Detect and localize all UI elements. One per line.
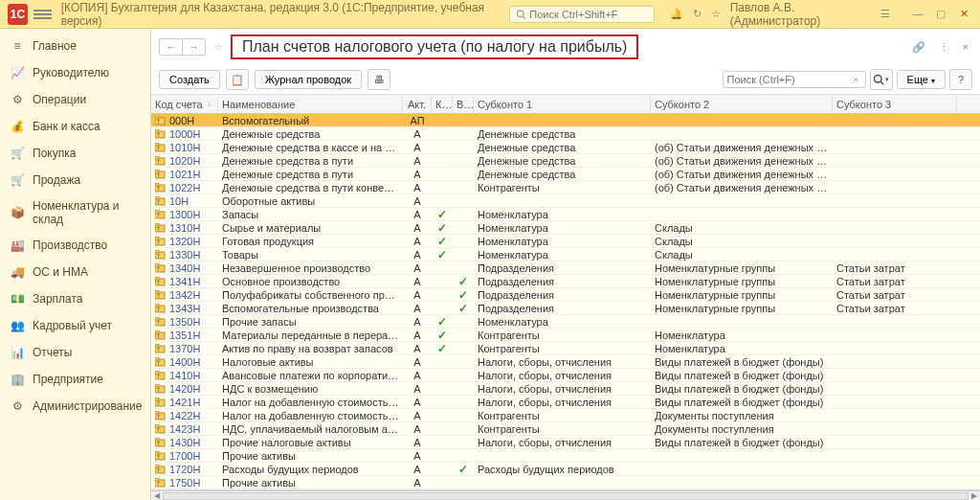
table-row[interactable]: T1400ННалоговые активыАНалоги, сборы, от… xyxy=(151,355,980,369)
table-row[interactable]: T1350НПрочие запасыА✓Номенклатура xyxy=(151,315,980,329)
table-row[interactable]: T1000НДенежные средстваАДенежные средств… xyxy=(151,127,980,141)
horizontal-scrollbar[interactable]: ◀ ▶ xyxy=(151,490,980,500)
user-name[interactable]: Павлов А.В. (Администратор) xyxy=(730,1,871,28)
account-icon: T xyxy=(155,170,167,179)
table-row[interactable]: T1010НДенежные средства в кассе и на бан… xyxy=(151,141,980,154)
table-row[interactable]: T1340ННезавершенное производствоАПодразд… xyxy=(151,261,980,275)
create-button[interactable]: Создать xyxy=(159,70,220,89)
table-row[interactable]: T1430НПрочие налоговые активыАНалоги, сб… xyxy=(151,436,980,449)
sidebar-item-8[interactable]: 🚚ОС и НМА xyxy=(0,259,150,285)
col-header-vr[interactable]: ВР xyxy=(453,97,474,112)
clear-search-icon[interactable]: × xyxy=(851,74,860,85)
minimize-button[interactable]: — xyxy=(909,8,926,20)
table-row[interactable]: T1020НДенежные средства в путиАДенежные … xyxy=(151,154,980,168)
table-row[interactable]: T1343НВспомогательные производстваА✓Подр… xyxy=(151,302,980,315)
link-icon[interactable]: 🔗 xyxy=(908,41,929,54)
table-row[interactable]: T1370НАктив по праву на возврат запасовА… xyxy=(151,342,980,355)
options-icon[interactable]: ⋮ xyxy=(935,41,953,54)
account-sub2: (об) Статьи движения денежных средств xyxy=(651,142,833,153)
box-icon: 📦 xyxy=(10,205,25,220)
bookmark-icon[interactable]: ☆ xyxy=(213,41,223,54)
sidebar-item-13[interactable]: ⚙Администрирование xyxy=(0,393,150,420)
close-tab-button[interactable]: × xyxy=(959,41,972,54)
close-button[interactable]: ✕ xyxy=(955,8,972,20)
search-button[interactable]: ▾ xyxy=(870,69,893,90)
col-header-name[interactable]: Наименование xyxy=(218,97,403,112)
menu-icon[interactable] xyxy=(33,5,52,24)
table-row[interactable]: T1021НДенежные средства в путиАДенежные … xyxy=(151,168,980,181)
more-button[interactable]: Еще ▾ xyxy=(897,70,946,89)
col-header-kol[interactable]: Кол. xyxy=(432,97,453,112)
table-row[interactable]: T1421ННалог на добавленную стоимость к в… xyxy=(151,396,980,409)
journal-button[interactable]: Журнал проводок xyxy=(255,70,362,89)
table-row[interactable]: T1320НГотовая продукцияА✓НоменклатураСкл… xyxy=(151,235,980,248)
table-row[interactable]: T1422ННалог на добавленную стоимость (от… xyxy=(151,409,980,422)
account-akt: А xyxy=(403,276,432,287)
scroll-track[interactable] xyxy=(163,492,969,500)
table-row[interactable]: T1341НОсновное производствоА✓Подразделен… xyxy=(151,275,980,288)
table-row[interactable]: T1310НСырье и материалыА✓НоменклатураСкл… xyxy=(151,221,980,235)
print-button[interactable]: 🖶 xyxy=(368,69,390,90)
account-icon: T xyxy=(155,371,167,380)
logo-1c[interactable]: 1C xyxy=(8,4,28,25)
sidebar-item-1[interactable]: 📈Руководителю xyxy=(0,59,150,86)
sidebar-item-10[interactable]: 👥Кадровый учет xyxy=(0,312,150,339)
table-search[interactable]: × xyxy=(723,71,866,88)
sidebar-item-2[interactable]: ⚙Операции xyxy=(0,86,150,113)
settings-dropdown-icon[interactable]: ☰ xyxy=(880,8,890,20)
bell-icon[interactable]: 🔔 xyxy=(670,8,683,20)
global-search[interactable] xyxy=(509,6,655,23)
sidebar-item-12[interactable]: 🏢Предприятие xyxy=(0,366,150,393)
col-header-code[interactable]: Код счета↓ xyxy=(151,97,218,112)
account-sub1: Подразделения xyxy=(474,303,651,314)
table-row[interactable]: T1420ННДС к возмещениюАНалоги, сборы, от… xyxy=(151,382,980,396)
col-header-akt[interactable]: Акт. xyxy=(403,97,432,112)
table-row[interactable]: T1720НРасходы будущих периодовА✓Расходы … xyxy=(151,463,980,476)
account-code: 1750Н xyxy=(169,477,200,489)
table-row[interactable]: T1300НЗапасыА✓Номенклатура xyxy=(151,208,980,221)
col-header-sub2[interactable]: Субконто 2 xyxy=(651,97,833,112)
sidebar-item-7[interactable]: 🏭Производство xyxy=(0,232,150,259)
table-row[interactable]: T1410НАвансовые платежи по корпоративном… xyxy=(151,369,980,382)
col-header-sub3[interactable]: Субконто 3 xyxy=(833,97,957,112)
sidebar-item-11[interactable]: 📊Отчеты xyxy=(0,339,150,366)
nav-back-button[interactable]: ← xyxy=(160,39,183,55)
sidebar-item-6[interactable]: 📦Номенклатура и склад xyxy=(0,193,150,232)
account-name: НДС, уплачиваемый налоговым агентом xyxy=(218,423,403,435)
account-code: 1330Н xyxy=(169,249,200,261)
table-row[interactable]: T000НВспомогательныйАП xyxy=(151,114,980,127)
table-row[interactable]: T1022НДенежные средства в пути конвертац… xyxy=(151,181,980,194)
account-akt: А xyxy=(403,169,432,180)
sidebar-item-label: ОС и НМА xyxy=(33,265,88,279)
account-code: 1341Н xyxy=(169,276,200,287)
sidebar-item-3[interactable]: 💰Банк и касса xyxy=(0,113,150,140)
table-row[interactable]: T1342НПолуфабрикаты собственного произво… xyxy=(151,288,980,302)
scroll-right-button[interactable]: ▶ xyxy=(969,491,980,500)
account-sub2: Виды платежей в бюджет (фонды) xyxy=(651,397,833,408)
account-akt: А xyxy=(403,142,432,153)
account-akt: А xyxy=(403,330,432,341)
star-icon[interactable]: ☆ xyxy=(711,8,721,20)
nav-forward-button[interactable]: → xyxy=(183,39,205,55)
table-row[interactable]: T1750НПрочие активыА xyxy=(151,476,980,489)
account-code: 1351Н xyxy=(169,330,200,341)
copy-button[interactable]: 📋 xyxy=(226,69,249,90)
sidebar-item-0[interactable]: ≡Главное xyxy=(0,33,150,59)
help-button[interactable]: ? xyxy=(949,69,972,90)
table-row[interactable]: T1330НТоварыА✓НоменклатураСклады xyxy=(151,248,980,261)
global-search-input[interactable] xyxy=(529,9,647,20)
account-name: Расходы будущих периодов xyxy=(218,464,403,475)
table-row[interactable]: T1423ННДС, уплачиваемый налоговым агенто… xyxy=(151,422,980,436)
table-search-input[interactable] xyxy=(727,74,852,85)
table-row[interactable]: T1351НМатериалы переданные в переработку… xyxy=(151,329,980,342)
maximize-button[interactable]: ▢ xyxy=(932,8,949,20)
account-sub1: Подразделения xyxy=(474,262,651,274)
table-row[interactable]: T10НОборотные активыА xyxy=(151,194,980,208)
col-header-sub1[interactable]: Субконто 1 xyxy=(474,97,651,112)
table-row[interactable]: T1700НПрочие активыА xyxy=(151,449,980,463)
sidebar-item-9[interactable]: 💵Зарплата xyxy=(0,285,150,312)
sidebar-item-5[interactable]: 🛒Продажа xyxy=(0,167,150,193)
history-icon[interactable]: ↻ xyxy=(693,8,702,20)
scroll-left-button[interactable]: ◀ xyxy=(151,491,163,500)
sidebar-item-4[interactable]: 🛒Покупка xyxy=(0,140,150,167)
